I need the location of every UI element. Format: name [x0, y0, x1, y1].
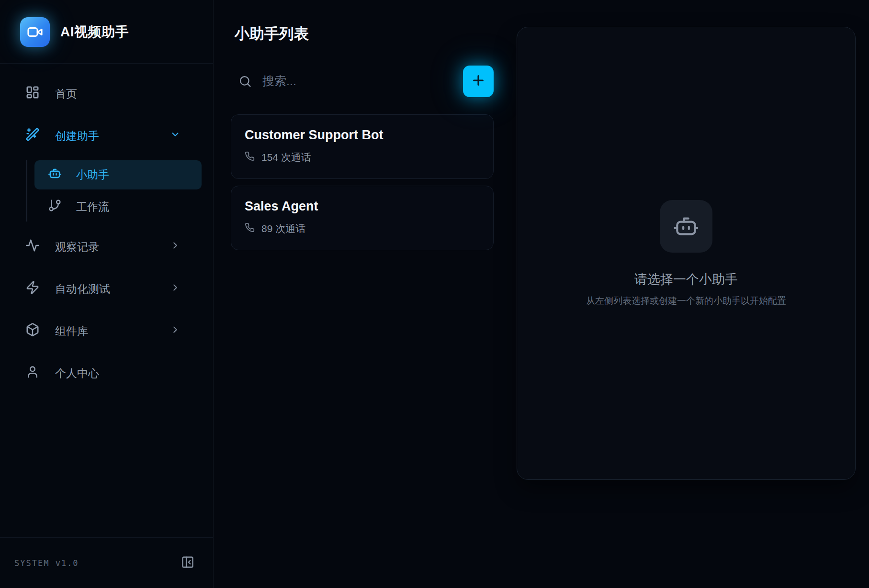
- assistant-name: Customer Support Bot: [245, 128, 479, 143]
- assistant-call-count: 89 次通话: [245, 222, 479, 235]
- call-count-label: 89 次通话: [261, 222, 305, 235]
- search-row: [231, 65, 494, 97]
- assistant-detail-area: 请选择一个小助手 从左侧列表选择或创建一个新的小助手以开始配置: [517, 0, 869, 588]
- bot-icon: [48, 166, 62, 183]
- sidebar-item-label: 工作流: [76, 200, 109, 214]
- sidebar-item-home[interactable]: 首页: [11, 80, 202, 108]
- sidebar-footer: SYSTEM v1.0: [0, 537, 213, 588]
- user-icon: [25, 365, 40, 382]
- assistant-call-count: 154 次通话: [245, 151, 479, 164]
- search-icon: [238, 75, 252, 88]
- plus-icon: [471, 73, 486, 89]
- panel-collapse-icon: [181, 555, 194, 570]
- sidebar-nav: 首页 创建助手: [0, 64, 213, 537]
- call-count-label: 154 次通话: [261, 151, 311, 164]
- sidebar-item-label: 小助手: [76, 167, 109, 182]
- app-header: AI视频助手: [0, 0, 213, 64]
- sidebar-item-label: 组件库: [55, 324, 88, 339]
- system-version: SYSTEM v1.0: [14, 558, 79, 568]
- assistant-name: Sales Agent: [245, 199, 479, 214]
- app-root: AI视频助手 首页 创建助手: [0, 0, 869, 588]
- page-title: 小助手列表: [235, 24, 494, 44]
- zap-icon: [25, 280, 40, 298]
- chevron-right-icon: [170, 240, 181, 254]
- assistant-list-panel: 小助手列表 Customer Support Bot: [214, 0, 517, 588]
- empty-state-title: 请选择一个小助手: [634, 271, 738, 288]
- add-assistant-button[interactable]: [463, 66, 494, 97]
- collapse-sidebar-button[interactable]: [180, 555, 196, 571]
- sidebar-item-assistants[interactable]: 小助手: [34, 160, 202, 189]
- create-assistant-submenu: 小助手 工作流: [26, 160, 202, 222]
- sidebar-item-component-library[interactable]: 组件库: [11, 317, 202, 345]
- sidebar: AI视频助手 首页 创建助手: [0, 0, 214, 588]
- phone-icon: [245, 222, 255, 235]
- chevron-right-icon: [170, 324, 181, 338]
- app-title: AI视频助手: [60, 23, 129, 41]
- box-icon: [25, 322, 40, 340]
- sidebar-item-profile[interactable]: 个人中心: [11, 359, 202, 387]
- sidebar-item-label: 创建助手: [55, 129, 99, 144]
- sidebar-item-create-assistant[interactable]: 创建助手: [11, 122, 202, 150]
- activity-icon: [25, 238, 40, 255]
- phone-icon: [245, 151, 255, 164]
- empty-state-panel: 请选择一个小助手 从左侧列表选择或创建一个新的小助手以开始配置: [517, 27, 856, 480]
- sidebar-item-label: 自动化测试: [55, 282, 110, 297]
- chevron-down-icon: [170, 129, 181, 143]
- dashboard-icon: [25, 85, 40, 102]
- sidebar-item-label: 个人中心: [55, 366, 99, 381]
- sidebar-item-label: 首页: [55, 87, 77, 101]
- sidebar-item-workflow[interactable]: 工作流: [34, 192, 202, 222]
- wand-icon: [25, 127, 40, 144]
- sidebar-item-observation[interactable]: 观察记录: [11, 233, 202, 261]
- search-input[interactable]: [262, 74, 463, 88]
- sidebar-item-automation-test[interactable]: 自动化测试: [11, 275, 202, 303]
- empty-state-subtitle: 从左侧列表选择或创建一个新的小助手以开始配置: [586, 295, 786, 307]
- workflow-icon: [48, 199, 62, 215]
- assistant-card[interactable]: Customer Support Bot 154 次通话: [231, 114, 494, 179]
- sidebar-item-label: 观察记录: [55, 240, 99, 255]
- video-camera-logo-icon: [20, 17, 50, 47]
- chevron-right-icon: [170, 282, 181, 296]
- assistant-card[interactable]: Sales Agent 89 次通话: [231, 186, 494, 250]
- bot-icon: [660, 200, 712, 253]
